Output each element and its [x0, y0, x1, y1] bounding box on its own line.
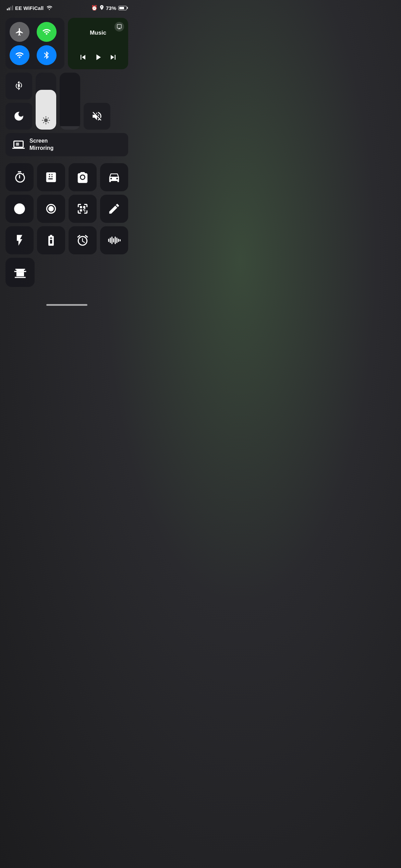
calculator-button[interactable] — [37, 163, 65, 191]
last-row — [5, 258, 128, 287]
quick-action-row-3 — [5, 226, 128, 254]
battery-indicator — [118, 6, 127, 10]
wifi-status-icon — [46, 5, 52, 11]
notes-button[interactable] — [100, 195, 128, 223]
alarm-button[interactable] — [69, 226, 97, 254]
svg-rect-13 — [118, 239, 119, 242]
svg-rect-1 — [16, 143, 19, 146]
location-icon — [100, 5, 104, 11]
status-left: EE WiFiCall — [7, 5, 52, 11]
music-title: Music — [73, 29, 123, 36]
svg-rect-9 — [111, 237, 112, 244]
status-right: ⏰ 73% — [91, 5, 127, 11]
next-track-button[interactable] — [107, 51, 119, 64]
svg-rect-14 — [120, 239, 121, 241]
quick-action-row-2 — [5, 195, 128, 223]
wifi-button[interactable] — [10, 45, 29, 65]
svg-rect-0 — [18, 84, 20, 87]
bluetooth-button[interactable] — [37, 45, 57, 65]
do-not-disturb-button[interactable] — [5, 103, 32, 130]
rotation-lock-button[interactable] — [5, 73, 32, 99]
control-center: Music — [0, 14, 134, 297]
connectivity-panel — [5, 18, 64, 69]
music-controls — [73, 51, 123, 64]
volume-slider[interactable] — [60, 73, 80, 130]
svg-rect-5 — [83, 206, 85, 208]
airplane-mode-button[interactable] — [10, 22, 29, 42]
airplay-button[interactable] — [114, 22, 124, 32]
home-indicator — [0, 297, 134, 309]
signal-bar-1 — [7, 9, 8, 10]
left-buttons — [5, 73, 32, 130]
svg-rect-4 — [80, 206, 82, 208]
svg-rect-11 — [115, 237, 116, 244]
signal-bar-2 — [9, 8, 10, 10]
svg-rect-8 — [110, 238, 111, 243]
screen-mirroring-button[interactable]: Screen Mirroring — [5, 133, 128, 156]
cellular-data-button[interactable] — [37, 22, 57, 42]
timer-button[interactable] — [5, 163, 34, 191]
svg-rect-7 — [108, 239, 109, 242]
screen-record-button[interactable] — [37, 195, 65, 223]
qr-scanner-button[interactable] — [69, 195, 97, 223]
carplay-button[interactable] — [100, 163, 128, 191]
brightness-slider[interactable] — [36, 73, 56, 130]
screen-mirroring-row: Screen Mirroring — [5, 133, 128, 160]
alarm-icon: ⏰ — [91, 5, 98, 11]
sleep-button[interactable] — [5, 258, 35, 287]
status-bar: EE WiFiCall ⏰ 73% — [0, 0, 134, 14]
screen-mirroring-label: Screen Mirroring — [29, 137, 53, 152]
svg-point-3 — [48, 206, 54, 212]
voice-memos-button[interactable] — [100, 226, 128, 254]
signal-bar-4 — [12, 5, 13, 10]
signal-bars — [7, 5, 13, 10]
mute-button[interactable] — [84, 103, 110, 130]
music-panel: Music — [68, 18, 128, 69]
right-col — [84, 73, 110, 130]
battery-percent: 73% — [106, 5, 116, 11]
quick-action-row-1 — [5, 163, 128, 191]
play-pause-button[interactable] — [92, 51, 104, 64]
battery-button[interactable] — [37, 226, 65, 254]
svg-rect-12 — [116, 238, 117, 243]
top-row: Music — [5, 18, 128, 69]
camera-button[interactable] — [69, 163, 97, 191]
carrier-label: EE WiFiCall — [15, 5, 44, 11]
flashlight-button[interactable] — [5, 226, 34, 254]
previous-track-button[interactable] — [77, 51, 89, 64]
signal-bar-3 — [10, 7, 11, 10]
home-bar — [46, 304, 87, 306]
svg-rect-6 — [80, 209, 82, 212]
middle-row — [5, 73, 128, 130]
brightness-icon — [41, 116, 50, 126]
svg-rect-10 — [113, 238, 114, 243]
stopwatch-button[interactable] — [5, 195, 34, 223]
